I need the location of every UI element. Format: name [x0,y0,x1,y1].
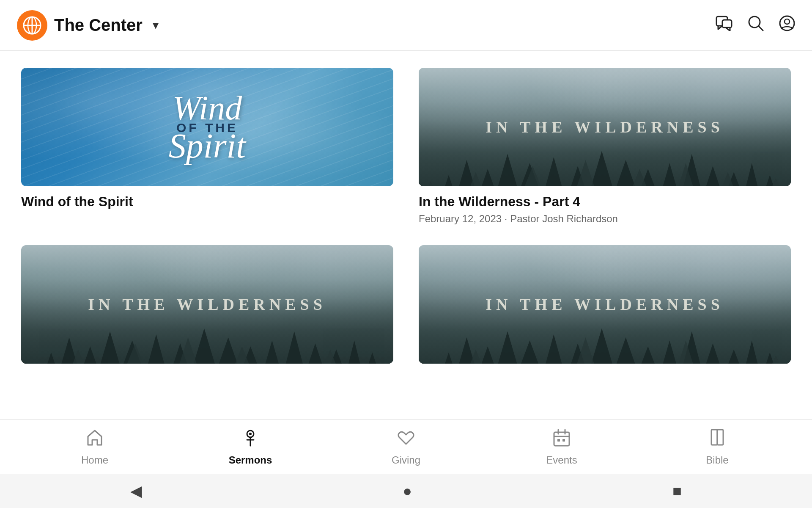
system-home-button[interactable]: ● [403,482,412,500]
app-logo[interactable] [17,10,47,41]
nav-giving-label: Giving [392,454,420,466]
card-wind-of-spirit[interactable]: Wind OF THE Spirit Wind of the Spirit [21,68,393,225]
system-back-button[interactable]: ◀ [130,482,142,500]
card-wilderness-4[interactable]: IN THE WILDERNESS In the Wilderness - Pa… [419,68,791,225]
nav-events-label: Events [546,454,577,466]
bottom-nav: Home Sermons Giving [0,419,812,474]
svg-rect-87 [711,430,717,445]
chat-icon[interactable] [716,16,732,35]
nav-bible-label: Bible [706,454,728,466]
nav-sermons[interactable]: Sermons [217,428,284,466]
main-content: Wind OF THE Spirit Wind of the Spirit [0,51,812,449]
church-name: The Center [54,16,143,35]
card-meta-wilderness-4: February 12, 2023 · Pastor Josh Richards… [419,213,791,225]
svg-point-80 [249,433,252,435]
card-wilderness-3[interactable]: IN THE WILDERNESS [21,245,393,364]
wind-script-text: Wind [30,91,385,125]
svg-rect-5 [722,20,732,28]
header-left: The Center ▾ [17,10,159,41]
system-recents-button[interactable]: ■ [672,482,682,500]
svg-line-7 [759,26,763,30]
wilderness-title-2: IN THE WILDERNESS [486,295,724,314]
giving-icon [397,428,415,451]
sermons-icon [241,428,260,451]
wilderness-title-4: IN THE WILDERNESS [486,118,724,136]
svg-rect-86 [562,439,565,442]
svg-rect-81 [554,432,569,446]
nav-giving[interactable]: Giving [372,428,440,466]
home-icon [85,428,104,451]
nav-sermons-label: Sermons [229,454,272,466]
header-icons [716,15,795,35]
events-icon [552,428,571,451]
system-bar: ◀ ● ■ [0,474,812,508]
nav-bible[interactable]: Bible [683,428,751,466]
svg-rect-88 [717,430,723,445]
card-image-wilderness-4: IN THE WILDERNESS [419,68,791,186]
card-wilderness-2[interactable]: IN THE WILDERNESS [419,245,791,364]
card-title-wilderness-4: In the Wilderness - Part 4 [419,194,791,210]
card-image-wilderness-2: IN THE WILDERNESS [419,245,791,364]
search-icon[interactable] [748,15,764,35]
bible-icon [708,428,727,451]
card-title-wind: Wind of the Spirit [21,194,393,210]
nav-home-label: Home [81,454,108,466]
nav-home[interactable]: Home [61,428,129,466]
svg-point-9 [785,19,790,24]
sermon-grid: Wind OF THE Spirit Wind of the Spirit [21,68,791,364]
profile-icon[interactable] [779,15,795,35]
dropdown-chevron[interactable]: ▾ [153,18,159,32]
wilderness-title-3: IN THE WILDERNESS [88,295,326,314]
header: The Center ▾ [0,0,812,51]
nav-events[interactable]: Events [528,428,595,466]
card-image-wind: Wind OF THE Spirit [21,68,393,186]
svg-rect-85 [557,439,560,442]
card-image-wilderness-3: IN THE WILDERNESS [21,245,393,364]
wind-text-overlay: Wind OF THE Spirit [21,91,393,163]
wind-script-spirit: Spirit [30,129,385,163]
